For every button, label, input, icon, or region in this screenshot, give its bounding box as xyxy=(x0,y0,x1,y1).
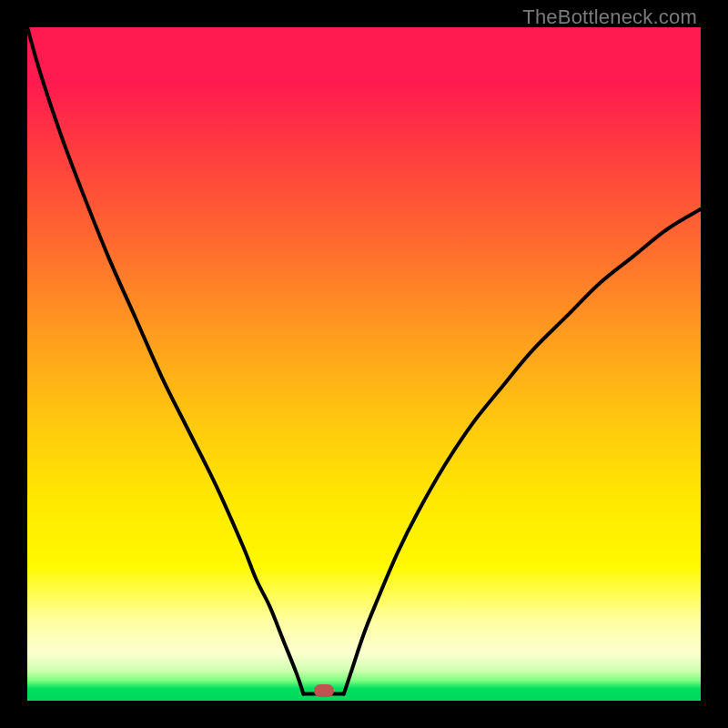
plot-area xyxy=(27,27,701,701)
valley-marker xyxy=(314,684,334,697)
bottleneck-curve xyxy=(27,27,701,701)
curve-right-branch xyxy=(344,209,701,694)
chart-frame: TheBottleneck.com xyxy=(0,0,728,728)
curve-left-branch xyxy=(27,27,303,694)
watermark-text: TheBottleneck.com xyxy=(522,5,697,29)
